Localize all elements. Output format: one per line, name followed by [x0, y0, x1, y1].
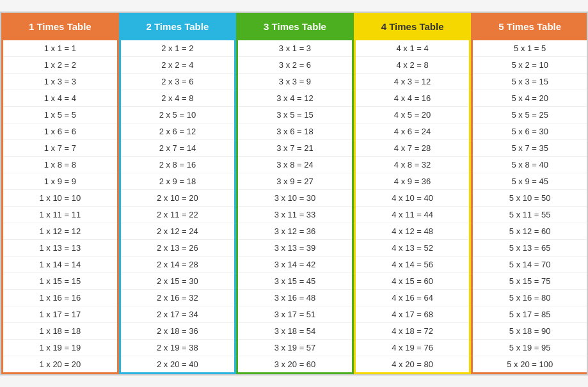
- table-row: 5 x 12 = 60: [473, 223, 587, 240]
- table-row: 4 x 10 = 40: [356, 190, 470, 207]
- table-row: 2 x 8 = 16: [121, 157, 235, 173]
- table-row: 3 x 19 = 57: [238, 340, 352, 356]
- table-row: 1 x 8 = 8: [3, 157, 117, 173]
- table-row: 2 x 7 = 14: [121, 140, 235, 157]
- table-row: 2 x 1 = 2: [121, 40, 235, 57]
- table-row: 4 x 17 = 68: [356, 306, 470, 323]
- times-tables-container: 1 Times Table1 x 1 = 11 x 2 = 21 x 3 = 3…: [0, 12, 588, 375]
- table-row: 4 x 20 = 80: [356, 356, 470, 372]
- table-row: 3 x 8 = 24: [238, 157, 352, 173]
- table-row: 4 x 2 = 8: [356, 57, 470, 74]
- table-row: 3 x 4 = 12: [238, 90, 352, 107]
- table-row: 3 x 14 = 42: [238, 257, 352, 273]
- table-row: 5 x 3 = 15: [473, 74, 587, 90]
- table-row: 3 x 16 = 48: [238, 290, 352, 306]
- header-4: 4 Times Table: [356, 15, 470, 40]
- table-row: 4 x 16 = 64: [356, 290, 470, 306]
- table-row: 1 x 5 = 5: [3, 107, 117, 123]
- table-row: 5 x 13 = 65: [473, 240, 587, 257]
- header-2: 2 Times Table: [121, 15, 235, 40]
- table-row: 5 x 7 = 35: [473, 140, 587, 157]
- header-3: 3 Times Table: [238, 15, 352, 40]
- table-row: 4 x 15 = 60: [356, 273, 470, 290]
- table-row: 5 x 5 = 25: [473, 107, 587, 123]
- table-row: 5 x 8 = 40: [473, 157, 587, 173]
- table-row: 4 x 13 = 52: [356, 240, 470, 257]
- column-3: 3 Times Table3 x 1 = 33 x 2 = 63 x 3 = 9…: [236, 13, 354, 374]
- table-row: 1 x 7 = 7: [3, 140, 117, 157]
- table-row: 2 x 20 = 40: [121, 356, 235, 372]
- table-row: 3 x 9 = 27: [238, 173, 352, 190]
- column-5: 5 Times Table5 x 1 = 55 x 2 = 105 x 3 = …: [471, 13, 587, 374]
- table-row: 4 x 1 = 4: [356, 40, 470, 57]
- table-row: 2 x 18 = 36: [121, 323, 235, 340]
- table-row: 5 x 2 = 10: [473, 57, 587, 74]
- table-row: 2 x 10 = 20: [121, 190, 235, 207]
- column-4: 4 Times Table4 x 1 = 44 x 2 = 84 x 3 = 1…: [354, 13, 472, 374]
- table-row: 4 x 4 = 16: [356, 90, 470, 107]
- table-row: 1 x 10 = 10: [3, 190, 117, 207]
- table-row: 5 x 4 = 20: [473, 90, 587, 107]
- table-row: 3 x 1 = 3: [238, 40, 352, 57]
- table-row: 4 x 9 = 36: [356, 173, 470, 190]
- table-row: 2 x 4 = 8: [121, 90, 235, 107]
- table-row: 5 x 14 = 70: [473, 257, 587, 273]
- table-row: 3 x 7 = 21: [238, 140, 352, 157]
- table-row: 5 x 9 = 45: [473, 173, 587, 190]
- table-row: 1 x 13 = 13: [3, 240, 117, 257]
- table-row: 3 x 2 = 6: [238, 57, 352, 74]
- header-5: 5 Times Table: [473, 15, 587, 40]
- table-row: 5 x 1 = 5: [473, 40, 587, 57]
- column-2: 2 Times Table2 x 1 = 22 x 2 = 42 x 3 = 6…: [119, 13, 237, 374]
- table-row: 1 x 4 = 4: [3, 90, 117, 107]
- table-row: 1 x 14 = 14: [3, 257, 117, 273]
- table-row: 2 x 19 = 38: [121, 340, 235, 356]
- table-row: 5 x 20 = 100: [473, 356, 587, 372]
- table-row: 3 x 10 = 30: [238, 190, 352, 207]
- table-row: 5 x 17 = 85: [473, 306, 587, 323]
- table-row: 3 x 17 = 51: [238, 306, 352, 323]
- table-row: 1 x 1 = 1: [3, 40, 117, 57]
- table-row: 4 x 14 = 56: [356, 257, 470, 273]
- table-row: 3 x 11 = 33: [238, 207, 352, 223]
- header-1: 1 Times Table: [3, 15, 117, 40]
- table-row: 2 x 16 = 32: [121, 290, 235, 306]
- table-row: 4 x 12 = 48: [356, 223, 470, 240]
- table-row: 4 x 3 = 12: [356, 74, 470, 90]
- table-row: 2 x 12 = 24: [121, 223, 235, 240]
- table-row: 2 x 17 = 34: [121, 306, 235, 323]
- table-row: 4 x 5 = 20: [356, 107, 470, 123]
- table-row: 5 x 11 = 55: [473, 207, 587, 223]
- table-row: 2 x 13 = 26: [121, 240, 235, 257]
- table-row: 5 x 10 = 50: [473, 190, 587, 207]
- table-row: 3 x 5 = 15: [238, 107, 352, 123]
- table-row: 5 x 15 = 75: [473, 273, 587, 290]
- table-row: 1 x 9 = 9: [3, 173, 117, 190]
- table-row: 1 x 17 = 17: [3, 306, 117, 323]
- table-row: 4 x 11 = 44: [356, 207, 470, 223]
- table-row: 4 x 6 = 24: [356, 123, 470, 140]
- table-row: 3 x 3 = 9: [238, 74, 352, 90]
- table-row: 3 x 12 = 36: [238, 223, 352, 240]
- table-row: 2 x 11 = 22: [121, 207, 235, 223]
- table-row: 2 x 6 = 12: [121, 123, 235, 140]
- table-row: 1 x 11 = 11: [3, 207, 117, 223]
- table-row: 1 x 20 = 20: [3, 356, 117, 372]
- table-row: 4 x 19 = 76: [356, 340, 470, 356]
- table-row: 1 x 19 = 19: [3, 340, 117, 356]
- table-row: 2 x 5 = 10: [121, 107, 235, 123]
- table-row: 3 x 18 = 54: [238, 323, 352, 340]
- table-row: 4 x 18 = 72: [356, 323, 470, 340]
- table-row: 5 x 6 = 30: [473, 123, 587, 140]
- table-row: 3 x 15 = 45: [238, 273, 352, 290]
- table-row: 2 x 15 = 30: [121, 273, 235, 290]
- table-row: 1 x 6 = 6: [3, 123, 117, 140]
- table-row: 1 x 16 = 16: [3, 290, 117, 306]
- table-row: 2 x 14 = 28: [121, 257, 235, 273]
- table-row: 2 x 9 = 18: [121, 173, 235, 190]
- table-row: 2 x 3 = 6: [121, 74, 235, 90]
- table-row: 1 x 18 = 18: [3, 323, 117, 340]
- table-row: 4 x 7 = 28: [356, 140, 470, 157]
- table-row: 1 x 3 = 3: [3, 74, 117, 90]
- table-row: 1 x 2 = 2: [3, 57, 117, 74]
